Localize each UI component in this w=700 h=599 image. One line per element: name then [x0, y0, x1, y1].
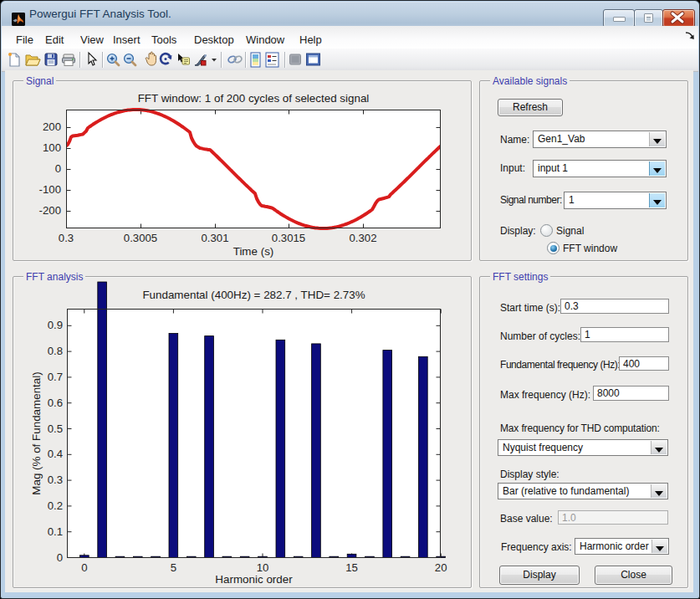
svg-text:-100: -100 — [39, 183, 61, 196]
svg-text:0.1: 0.1 — [48, 525, 63, 538]
svg-text:0.3015: 0.3015 — [272, 232, 305, 244]
svg-text:0.6: 0.6 — [48, 397, 63, 409]
svg-text:0.5: 0.5 — [48, 422, 63, 435]
svg-text:0.301: 0.301 — [201, 232, 228, 244]
svg-text:15: 15 — [345, 561, 358, 574]
svg-text:FFT window: 1 of 200 cycles of: FFT window: 1 of 200 cycles of selected … — [138, 92, 370, 105]
svg-text:-200: -200 — [39, 204, 61, 217]
svg-text:5: 5 — [171, 561, 176, 574]
svg-text:0.8: 0.8 — [48, 345, 63, 357]
svg-text:0: 0 — [55, 162, 61, 175]
svg-text:0.9: 0.9 — [48, 319, 63, 331]
svg-text:Harmonic order: Harmonic order — [215, 573, 293, 586]
svg-text:0.302: 0.302 — [349, 232, 376, 244]
svg-text:Fundamental (400Hz) = 282.7 ,: Fundamental (400Hz) = 282.7 , THD= 2.73% — [142, 289, 365, 301]
svg-text:0.4: 0.4 — [48, 448, 63, 460]
svg-text:0.7: 0.7 — [48, 371, 63, 383]
svg-text:Mag (% of Fundamental): Mag (% of Fundamental) — [30, 371, 43, 494]
svg-text:20: 20 — [435, 561, 447, 574]
svg-text:0: 0 — [57, 551, 63, 564]
svg-text:Time (s): Time (s) — [233, 245, 274, 258]
svg-text:100: 100 — [43, 141, 61, 154]
svg-text:0.2: 0.2 — [48, 499, 63, 512]
svg-text:10: 10 — [257, 561, 269, 574]
svg-text:0.3005: 0.3005 — [124, 232, 157, 244]
svg-text:0.3: 0.3 — [48, 474, 63, 486]
svg-text:200: 200 — [43, 120, 61, 133]
svg-text:0.3: 0.3 — [59, 232, 74, 244]
svg-text:0: 0 — [81, 561, 87, 574]
